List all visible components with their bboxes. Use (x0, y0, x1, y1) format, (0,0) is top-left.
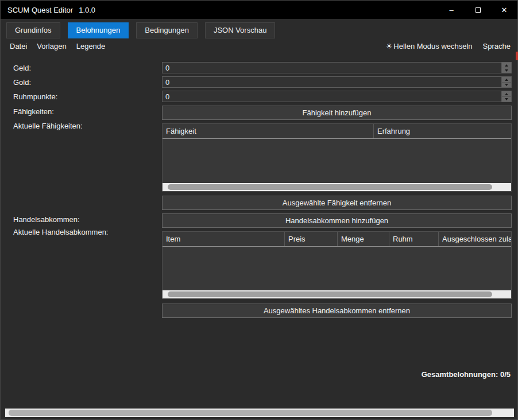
window-hscrollbar-thumb[interactable] (9, 410, 492, 416)
aktuelle-handelsabkommen-label: Aktuelle Handelsabkommen: (13, 228, 108, 236)
geld-spinbox[interactable]: 0 (162, 62, 512, 73)
ruhmpunkte-spin-buttons (501, 91, 511, 102)
gold-spinbox[interactable]: 0 (162, 76, 512, 88)
add-skill-button[interactable]: Fähigkeit hinzufügen (162, 106, 512, 120)
spin-down-icon[interactable] (502, 96, 511, 101)
aktuelle-faehigkeiten-label: Aktuelle Fähigkeiten: (13, 122, 83, 130)
theme-toggle-label: Hellen Modus wechseln (393, 42, 472, 50)
window-title: SCUM Quest Editor (7, 6, 73, 14)
column-header-faehigkeit[interactable]: Fähigkeit (163, 124, 374, 138)
menu-sprache[interactable]: Sprache (483, 42, 511, 50)
menu-legende[interactable]: Legende (76, 42, 106, 50)
theme-toggle-button[interactable]: ☀ Hellen Modus wechseln (386, 42, 473, 50)
menu-right-group: ☀ Hellen Modus wechseln Sprache (386, 42, 511, 50)
remove-skill-button[interactable]: Ausgewählte Fähigkeit entfernen (162, 196, 512, 210)
tab-grundinfos[interactable]: Grundinfos (6, 22, 60, 38)
minimize-button[interactable]: – (438, 1, 465, 19)
menu-vorlagen[interactable]: Vorlagen (37, 42, 66, 50)
column-header-ausgeschlossen[interactable]: Ausgeschlossen zulass (439, 232, 511, 246)
tab-bedingungen[interactable]: Bedingungen (136, 22, 198, 38)
spin-down-icon[interactable] (502, 82, 511, 87)
ruhmpunkte-value: 0 (165, 92, 169, 102)
ruhmpunkte-label: Ruhmpunkte: (13, 92, 57, 101)
menu-datei[interactable]: Datei (10, 42, 27, 50)
window-controls: – ✕ (438, 1, 517, 19)
trades-table-hscrollbar[interactable] (163, 290, 511, 298)
gold-spin-buttons (501, 77, 511, 87)
spin-down-icon[interactable] (502, 68, 511, 72)
column-header-erfahrung[interactable]: Erfahrung (374, 124, 511, 138)
column-header-ruhm[interactable]: Ruhm (389, 232, 439, 246)
app-window: SCUM Quest Editor 1.0.0 – ✕ Grundinfos B… (0, 0, 518, 420)
add-trade-button[interactable]: Handelsabkommen hinzufügen (162, 213, 512, 228)
tab-belohnungen[interactable]: Belohnungen (68, 22, 129, 38)
gold-label: Gold: (13, 78, 31, 87)
geld-label: Geld: (13, 64, 31, 72)
skills-table-hscrollbar-thumb[interactable] (168, 184, 492, 190)
column-header-menge[interactable]: Menge (338, 232, 389, 246)
spin-up-icon[interactable] (502, 77, 511, 82)
close-icon: ✕ (501, 6, 508, 14)
skills-table-body[interactable] (163, 139, 511, 183)
remove-trade-button[interactable]: Ausgewähltes Handelsabkommen entfernen (162, 304, 512, 318)
tab-json-vorschau[interactable]: JSON Vorschau (205, 22, 276, 38)
window-version: 1.0.0 (79, 6, 95, 14)
trades-table-header: Item Preis Menge Ruhm Ausgeschlossen zul… (163, 232, 511, 247)
maximize-icon (476, 7, 481, 13)
spin-up-icon[interactable] (502, 91, 511, 96)
tab-bar: Grundinfos Belohnungen Bedingungen JSON … (6, 22, 275, 38)
skills-table-header: Fähigkeit Erfahrung (163, 124, 511, 139)
gold-value: 0 (165, 77, 169, 87)
skills-table-hscrollbar[interactable] (163, 183, 511, 191)
faehigkeiten-label: Fähigkeiten: (13, 107, 54, 116)
geld-value: 0 (165, 63, 169, 73)
trades-table-body[interactable] (163, 247, 511, 290)
menu-bar: Datei Vorlagen Legende ☀ Hellen Modus we… (1, 41, 517, 51)
column-header-preis[interactable]: Preis (285, 232, 338, 246)
window-hscrollbar[interactable] (5, 409, 514, 417)
handelsabkommen-label: Handelsabkommen: (13, 215, 80, 224)
spin-up-icon[interactable] (502, 63, 511, 68)
maximize-button[interactable] (465, 1, 491, 19)
geld-spin-buttons (501, 63, 511, 73)
language-flag-sliver[interactable] (516, 52, 518, 60)
ruhmpunkte-spinbox[interactable]: 0 (162, 91, 512, 102)
title-bar: SCUM Quest Editor 1.0.0 – ✕ (1, 1, 517, 19)
column-header-item[interactable]: Item (163, 232, 285, 246)
total-rewards-label: Gesamtbelohnungen: 0/5 (422, 370, 511, 379)
close-button[interactable]: ✕ (491, 1, 517, 19)
minimize-icon: – (449, 6, 453, 14)
trades-table-hscrollbar-thumb[interactable] (168, 291, 492, 297)
skills-table: Fähigkeit Erfahrung (162, 123, 512, 192)
sun-icon: ☀ (386, 42, 393, 50)
trades-table: Item Preis Menge Ruhm Ausgeschlossen zul… (162, 231, 512, 299)
